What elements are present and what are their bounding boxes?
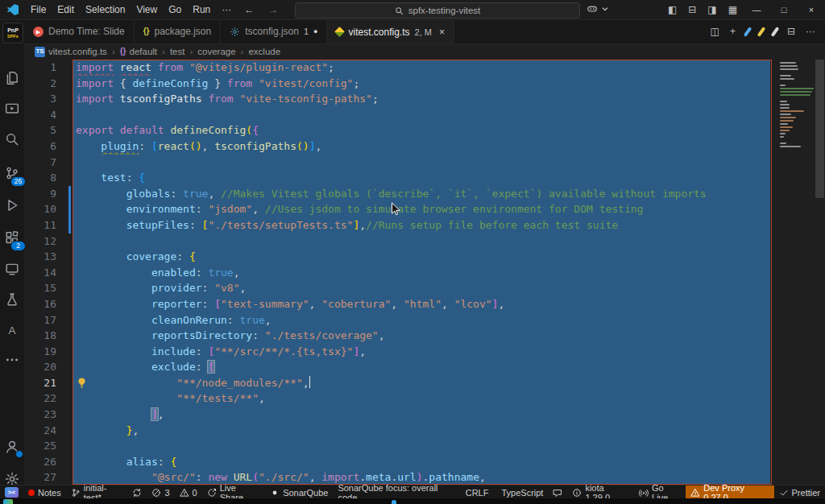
scrollbar-thumb[interactable] xyxy=(815,60,824,198)
a11y-view[interactable]: A xyxy=(0,318,24,342)
code-line[interactable]: 2import { defineConfig } from "vitest/co… xyxy=(24,76,825,92)
minimap[interactable] xyxy=(778,62,815,149)
errors-status[interactable]: 3 xyxy=(147,485,174,499)
code-line[interactable]: 6 plugin: [react(), tsconfigPaths()], xyxy=(24,138,825,155)
remote-explorer-view[interactable] xyxy=(0,257,24,281)
accounts[interactable] xyxy=(0,435,24,459)
warnings-status[interactable]: 0 xyxy=(175,485,202,499)
code-line[interactable]: 13 coverage: { xyxy=(24,249,825,265)
line-number[interactable]: 1 xyxy=(24,60,67,76)
split-editor-icon[interactable]: ◫ xyxy=(711,27,719,36)
language-status[interactable]: TypeScript xyxy=(493,485,548,499)
nav-forward-button[interactable]: → xyxy=(261,4,285,15)
copilot-button[interactable] xyxy=(587,3,611,14)
menu-[interactable]: ··· xyxy=(216,4,237,15)
toggle-panel-icon[interactable]: ⊟ xyxy=(684,4,700,15)
toggle-sidebar-icon[interactable]: ◧ xyxy=(664,4,681,15)
extensions-view[interactable]: 2 xyxy=(0,225,24,250)
code-line[interactable]: 16 reporter: ["text-summary", "cobertura… xyxy=(24,296,825,312)
breadcrumb-item-exclude[interactable]: exclude xyxy=(248,47,280,56)
draw-pen-icon[interactable] xyxy=(744,27,752,37)
live-share-status[interactable]: Live Share xyxy=(202,485,265,499)
line-number[interactable]: 24 xyxy=(24,423,67,439)
line-number[interactable]: 26 xyxy=(24,454,67,470)
minimize-button[interactable]: — xyxy=(743,0,770,19)
pnp-spfx-profile-icon[interactable]: PnP SPFx xyxy=(2,23,23,43)
line-number[interactable]: 12 xyxy=(24,233,67,250)
breadcrumb-item-default[interactable]: {}default xyxy=(120,47,157,56)
maximize-button[interactable]: □ xyxy=(770,0,798,19)
taskbar-center-icon[interactable] xyxy=(392,500,396,504)
explorer-view[interactable] xyxy=(0,66,24,90)
nav-back-button[interactable]: ← xyxy=(237,4,261,15)
source-control-view[interactable]: 26 xyxy=(0,161,24,185)
line-number[interactable]: 25 xyxy=(24,438,67,454)
code-line[interactable]: 4 xyxy=(24,107,825,123)
additional-views[interactable] xyxy=(0,348,24,372)
menu-file[interactable]: File xyxy=(25,4,52,15)
testing-view[interactable] xyxy=(0,287,24,312)
editor-scrollbar[interactable] xyxy=(815,60,825,485)
line-number[interactable]: 17 xyxy=(24,312,67,328)
eol-status[interactable]: CRLF xyxy=(461,485,494,499)
code-line[interactable]: 17 cleanOnRerun: true, xyxy=(24,312,825,328)
quick-fix-lightbulb-icon[interactable] xyxy=(76,377,88,389)
menu-view[interactable]: View xyxy=(131,4,163,15)
toggle-secondary-sidebar-icon[interactable]: ◨ xyxy=(703,4,720,15)
code-line[interactable]: 10 environment: "jsdom", //Uses jsdom to… xyxy=(24,201,825,217)
line-number[interactable]: 14 xyxy=(24,265,67,281)
git-branch-status[interactable]: initial-test* xyxy=(66,485,128,499)
remote-indicator[interactable]: >< xyxy=(0,485,23,499)
code-line[interactable]: 21 "**/node_modules/**", xyxy=(24,375,825,391)
code-line[interactable]: 24 }, xyxy=(24,423,825,439)
line-number[interactable]: 13 xyxy=(24,249,67,265)
line-number[interactable]: 22 xyxy=(24,390,67,407)
kiota-status[interactable]: kiota 1.29.0 xyxy=(567,485,634,499)
line-number[interactable]: 20 xyxy=(24,359,67,375)
tab-vitest-config-ts[interactable]: vitest.config.ts2, M× xyxy=(327,19,454,43)
code-line[interactable]: 3import tsconfigPaths from "vite-tsconfi… xyxy=(24,91,825,107)
code-line[interactable]: 25 xyxy=(24,438,825,454)
menu-edit[interactable]: Edit xyxy=(52,4,80,15)
breadcrumb-item-coverage[interactable]: coverage xyxy=(197,47,235,56)
prettier-status[interactable]: Prettier xyxy=(774,485,825,499)
code-line[interactable]: 8 test: { xyxy=(24,170,825,186)
menu-go[interactable]: Go xyxy=(163,4,187,15)
run-debug-view[interactable] xyxy=(0,193,24,217)
line-number[interactable]: 8 xyxy=(24,170,67,186)
code-line[interactable]: 22 "**/tests/**", xyxy=(24,390,825,407)
tab-demo-time-slide[interactable]: ▶Demo Time: Slide xyxy=(24,19,135,43)
line-number[interactable]: 19 xyxy=(24,344,67,360)
code-line[interactable]: 20 exclude: [ xyxy=(24,359,825,375)
code-line[interactable]: 9 globals: true, //Makes Vitest globals … xyxy=(24,186,825,202)
line-number[interactable]: 4 xyxy=(24,107,67,123)
code-line[interactable]: 19 include: ["**/src/**/*.{ts,tsx}"], xyxy=(24,344,825,360)
sonarqube-status[interactable]: SonarQube xyxy=(265,485,333,499)
line-number[interactable]: 27 xyxy=(24,469,67,485)
demo-time-view[interactable] xyxy=(0,97,24,121)
code-line[interactable]: 12 xyxy=(24,233,825,250)
code-line[interactable]: 14 enabled: true, xyxy=(24,265,825,281)
code-line[interactable]: 26 alias: { xyxy=(24,454,825,470)
line-number[interactable]: 23 xyxy=(24,407,67,423)
line-number[interactable]: 18 xyxy=(24,328,67,344)
recording-status[interactable]: Notes xyxy=(23,485,66,499)
toggle-panel-editor-icon[interactable]: ⊟ xyxy=(787,27,795,36)
line-number[interactable]: 21 xyxy=(24,375,67,391)
tab-tsconfig-json[interactable]: tsconfig.json1● xyxy=(221,19,327,43)
line-number[interactable]: 15 xyxy=(24,280,67,296)
taskbar-app-icon[interactable] xyxy=(3,499,13,504)
menu-selection[interactable]: Selection xyxy=(80,4,131,15)
code-line[interactable]: 18 reportsDirectory: "./tests/coverage", xyxy=(24,328,825,344)
menu-run[interactable]: Run xyxy=(187,4,216,15)
command-center-search[interactable]: spfx-testing-vitest xyxy=(295,2,580,19)
code-line[interactable]: 15 provider: "v8", xyxy=(24,280,825,296)
go-live-status[interactable]: Go Live xyxy=(634,485,686,499)
code-line[interactable]: 5export default defineConfig({ xyxy=(24,122,825,138)
breadcrumb-item-vitest-config-ts[interactable]: TSvitest.config.ts xyxy=(35,47,107,57)
code-line[interactable]: 23 ], xyxy=(24,407,825,423)
draw-highlighter-icon[interactable] xyxy=(757,27,766,37)
sync-changes[interactable] xyxy=(127,485,147,499)
line-number[interactable]: 7 xyxy=(24,155,67,171)
line-number[interactable]: 6 xyxy=(24,138,67,155)
